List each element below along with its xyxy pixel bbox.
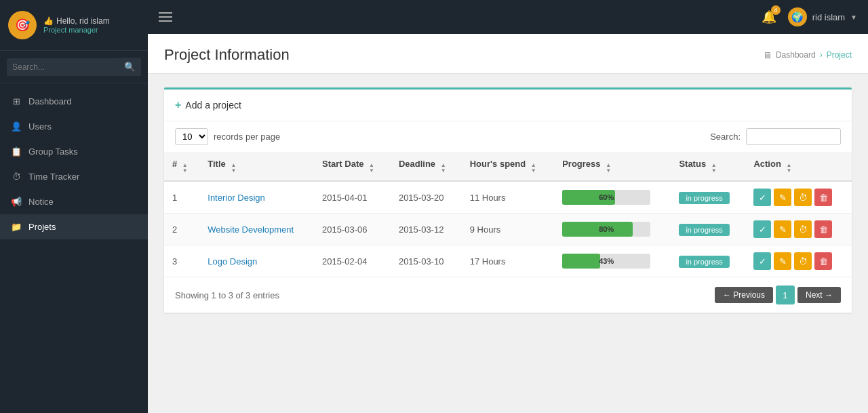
action-delete-button[interactable]: 🗑	[814, 220, 832, 238]
sidebar-item-dashboard[interactable]: ⊞ Dashboard	[0, 89, 148, 114]
notification-bell[interactable]: 🔔 4	[760, 7, 778, 26]
notice-icon: 📢	[11, 197, 22, 207]
cell-title: Website Development	[199, 214, 314, 245]
projects-table: # ▲▼ Title ▲▼ Start Date ▲▼ Deadline ▲▼	[164, 152, 852, 277]
action-check-button[interactable]: ✓	[753, 252, 771, 270]
col-action: Action ▲▼	[745, 152, 852, 181]
action-edit-button[interactable]: ✎	[774, 220, 791, 238]
search-input[interactable]	[7, 58, 119, 76]
sidebar-role: Project manager	[43, 26, 110, 34]
dashboard-icon: ⊞	[11, 96, 22, 106]
action-clock-button[interactable]: ⏱	[794, 252, 812, 270]
sidebar-search-container: 🔍	[0, 51, 148, 83]
action-check-button[interactable]: ✓	[753, 189, 771, 206]
project-link[interactable]: Website Development	[208, 224, 294, 235]
action-edit-button[interactable]: ✎	[774, 252, 791, 270]
cell-num: 3	[164, 245, 199, 277]
cell-num: 1	[164, 181, 199, 214]
col-title: Title ▲▼	[199, 152, 314, 181]
cell-action: ✓ ✎ ⏱ 🗑	[745, 181, 852, 214]
cell-hours: 17 Hours	[462, 245, 555, 277]
sidebar-profile: 🎯 👍 Hello, rid islam Project manager	[0, 0, 148, 51]
col-deadline: Deadline ▲▼	[391, 152, 462, 181]
breadcrumb-separator: ›	[820, 50, 823, 60]
breadcrumb-current: Project	[827, 50, 852, 60]
next-button[interactable]: Next →	[797, 287, 841, 303]
status-badge: in progress	[679, 192, 729, 204]
notification-badge: 4	[771, 5, 781, 15]
cell-deadline: 2015-03-12	[391, 214, 462, 245]
sidebar-item-time-tracker[interactable]: ⏱ Time Tracker	[0, 164, 148, 189]
user-menu[interactable]: 🌍 rid islam ▼	[788, 7, 857, 26]
hello-icon: 👍	[43, 16, 54, 26]
table-search-input[interactable]	[746, 128, 841, 145]
cell-status: in progress	[671, 181, 745, 214]
pagination: ← Previous 1 Next →	[715, 286, 841, 304]
breadcrumb-home[interactable]: Dashboard	[776, 50, 816, 60]
cell-title: Interior Design	[199, 181, 314, 214]
col-status: Status ▲▼	[671, 152, 745, 181]
project-link[interactable]: Interior Design	[208, 193, 265, 203]
cell-hours: 9 Hours	[462, 214, 555, 245]
sidebar-item-label: Time Tracker	[28, 172, 79, 182]
table-row: 3 Logo Design 2015-02-04 2015-03-10 17 H…	[164, 245, 852, 277]
search-label: Search:	[710, 132, 741, 142]
sidebar-item-label: Users	[28, 121, 52, 132]
action-edit-button[interactable]: ✎	[774, 189, 791, 206]
sidebar-item-projets[interactable]: 📁 Projets	[0, 214, 148, 239]
sidebar-item-label: Group Tasks	[28, 146, 78, 157]
content-header: Project Information 🖥 Dashboard › Projec…	[148, 34, 868, 74]
page-number[interactable]: 1	[776, 286, 795, 304]
cell-start-date: 2015-04-01	[314, 181, 391, 214]
sidebar-item-label: Projets	[28, 222, 56, 232]
col-start-date: Start Date ▲▼	[314, 152, 391, 181]
topbar: 🔔 4 🌍 rid islam ▼	[148, 0, 868, 34]
projets-icon: 📁	[11, 222, 22, 232]
table-footer: Showing 1 to 3 of 3 entries ← Previous 1…	[164, 277, 852, 313]
cell-status: in progress	[671, 214, 745, 245]
topbar-avatar: 🌍	[788, 7, 807, 26]
cell-title: Logo Design	[199, 245, 314, 277]
add-project-button[interactable]: + Add a project	[175, 99, 241, 111]
cell-deadline: 2015-03-10	[391, 245, 462, 277]
project-link[interactable]: Logo Design	[208, 256, 257, 267]
action-clock-button[interactable]: ⏱	[794, 220, 812, 238]
table-row: 1 Interior Design 2015-04-01 2015-03-20 …	[164, 181, 852, 214]
sidebar-item-group-tasks[interactable]: 📋 Group Tasks	[0, 139, 148, 164]
cell-progress: 80%	[554, 214, 671, 245]
sidebar-item-notice[interactable]: 📢 Notice	[0, 189, 148, 214]
action-check-button[interactable]: ✓	[753, 220, 771, 238]
col-progress: Progress ▲▼	[554, 152, 671, 181]
avatar: 🎯	[8, 11, 37, 39]
chevron-down-icon: ▼	[850, 14, 857, 21]
monitor-icon: 🖥	[763, 50, 772, 60]
status-badge: in progress	[679, 224, 729, 236]
previous-button[interactable]: ← Previous	[715, 287, 773, 303]
sidebar-hello: 👍 Hello, rid islam	[43, 16, 110, 26]
action-delete-button[interactable]: 🗑	[814, 252, 832, 270]
col-hours: Hour's spend ▲▼	[462, 152, 555, 181]
plus-icon: +	[175, 99, 181, 111]
table-header-row: # ▲▼ Title ▲▼ Start Date ▲▼ Deadline ▲▼	[164, 152, 852, 181]
records-per-page-select[interactable]: 10 25 50	[175, 128, 208, 145]
action-delete-button[interactable]: 🗑	[814, 189, 832, 206]
cell-num: 2	[164, 214, 199, 245]
cell-deadline: 2015-03-20	[391, 181, 462, 214]
users-icon: 👤	[11, 121, 22, 132]
cell-progress: 43%	[554, 245, 671, 277]
cell-start-date: 2015-02-04	[314, 245, 391, 277]
card-toolbar: 10 25 50 records per page Search:	[164, 121, 852, 152]
sidebar-item-users[interactable]: 👤 Users	[0, 114, 148, 139]
col-num: # ▲▼	[164, 152, 199, 181]
cell-action: ✓ ✎ ⏱ 🗑	[745, 245, 852, 277]
search-button[interactable]: 🔍	[119, 58, 141, 76]
time-tracker-icon: ⏱	[11, 172, 22, 182]
sidebar-nav: ⊞ Dashboard 👤 Users 📋 Group Tasks ⏱ Time…	[0, 83, 148, 239]
cell-action: ✓ ✎ ⏱ 🗑	[745, 214, 852, 245]
action-clock-button[interactable]: ⏱	[794, 189, 812, 206]
cell-progress: 60%	[554, 181, 671, 214]
cell-hours: 11 Hours	[462, 181, 555, 214]
hamburger-button[interactable]	[159, 12, 172, 22]
topbar-username: rid islam	[812, 12, 845, 22]
showing-entries: Showing 1 to 3 of 3 entries	[175, 290, 279, 300]
